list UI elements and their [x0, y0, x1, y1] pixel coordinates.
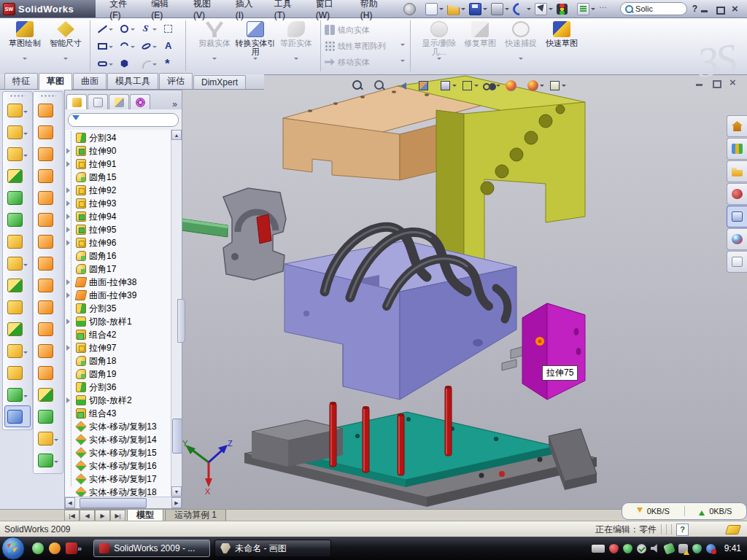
dropdown-caret-icon[interactable] — [496, 85, 500, 89]
toolbar-grip[interactable] — [40, 94, 56, 98]
display-style-icon[interactable] — [461, 79, 479, 92]
menu-item[interactable]: 插入(I) — [229, 0, 268, 23]
tree-horizontal-scrollbar[interactable]: ◀ ▶ — [65, 497, 182, 508]
menu-item[interactable]: 窗口(W) — [309, 0, 354, 23]
repair-sketch-button[interactable]: 修复草图 — [460, 19, 500, 74]
feature-tree-item[interactable]: 圆角17 — [66, 262, 171, 276]
replace-face-tool[interactable] — [35, 318, 61, 340]
dropdown-caret-icon[interactable] — [461, 8, 465, 12]
tab-dimxpert[interactable]: DimXpert — [193, 75, 246, 89]
feature-tree-item[interactable]: 圆角19 — [66, 368, 171, 381]
lofted-surface-tool[interactable] — [35, 165, 61, 187]
file-explorer-tab[interactable] — [727, 160, 747, 182]
motion-study-tab[interactable]: 运动算例 1 — [165, 510, 226, 521]
feature-tree-item[interactable]: 实体-移动/复制16 — [66, 459, 171, 472]
design-library-tab[interactable] — [727, 138, 747, 160]
expander-icon[interactable] — [66, 397, 73, 403]
print-icon[interactable] — [489, 2, 511, 16]
configurationmanager-tab[interactable] — [109, 94, 129, 109]
delete-body-tool[interactable] — [4, 362, 31, 384]
taskbar-solidworks-window[interactable]: SolidWorks 2009 - ... — [93, 540, 210, 557]
thicken-tool[interactable] — [35, 405, 61, 427]
rail-part[interactable] — [549, 429, 597, 490]
scroll-thumb[interactable] — [172, 419, 182, 454]
dropdown-caret-icon[interactable] — [152, 63, 157, 68]
lofted-boss-tool[interactable] — [4, 187, 31, 209]
propertymanager-tab[interactable] — [88, 94, 108, 109]
feature-tree-item[interactable]: 分割36 — [66, 381, 171, 394]
boundary-surface-tool[interactable] — [35, 187, 61, 209]
feature-tree-item[interactable]: 实体-移动/复制17 — [66, 472, 171, 486]
apply-scene-icon[interactable] — [527, 79, 544, 92]
dropdown-caret-icon[interactable] — [109, 28, 113, 33]
expander-icon[interactable] — [66, 292, 73, 298]
quick-launch-chevron[interactable]: » — [77, 544, 82, 553]
dropdown-caret-icon[interactable] — [591, 8, 595, 12]
smart-dimension-button[interactable]: 智能尺寸 — [45, 19, 86, 74]
spline-tool[interactable] — [138, 20, 160, 37]
hide-show-items-icon[interactable] — [483, 79, 500, 92]
menu-item[interactable]: 工具(T) — [268, 0, 309, 23]
planar-surface-tool[interactable] — [35, 230, 61, 252]
dropdown-caret-icon[interactable] — [519, 58, 523, 62]
expander-icon[interactable] — [66, 240, 73, 246]
dropdown-caret-icon[interactable] — [527, 8, 531, 12]
section-view-icon[interactable] — [417, 79, 435, 92]
dropdown-caret-icon[interactable] — [483, 8, 487, 12]
appearances-scenes-tab[interactable] — [727, 228, 747, 250]
model-tab[interactable]: 模型 — [127, 510, 163, 521]
move-entities-row[interactable]: 移动实体 — [325, 55, 406, 69]
dropdown-caret-icon[interactable] — [54, 461, 58, 465]
dropdown-caret-icon[interactable] — [109, 46, 113, 50]
swept-boss-tool[interactable] — [4, 165, 31, 187]
panel-splitter-handle[interactable] — [177, 299, 185, 343]
dropdown-caret-icon[interactable] — [437, 58, 441, 62]
expander-icon[interactable] — [66, 201, 73, 206]
curve-tool[interactable] — [4, 384, 31, 405]
dropdown-caret-icon[interactable] — [474, 85, 479, 89]
view-orientation-icon[interactable] — [439, 79, 457, 92]
arm-part[interactable] — [182, 217, 228, 237]
ruled-surface-tool[interactable] — [35, 274, 61, 296]
split-tool[interactable] — [4, 274, 31, 296]
3d-model[interactable]: Y Z X — [182, 74, 747, 509]
instant3d-tool[interactable] — [4, 405, 31, 427]
ellipse-tool[interactable] — [138, 37, 160, 55]
feature-tree-item[interactable]: 圆角15 — [66, 171, 171, 184]
pin-icon[interactable] — [402, 2, 423, 16]
status-help-button[interactable]: ? — [676, 524, 689, 536]
tab-mold-tools[interactable]: 模具工具 — [107, 73, 158, 89]
tab-evaluate[interactable]: 评估 — [159, 73, 193, 89]
start-button[interactable] — [1, 537, 25, 560]
menu-item[interactable]: 编辑(E) — [144, 0, 187, 23]
dropdown-caret-icon[interactable] — [109, 63, 113, 68]
featuremanager-tab[interactable] — [66, 94, 87, 109]
feature-tree-item[interactable]: 实体-移动/复制18 — [66, 486, 171, 497]
combine-tool[interactable] — [4, 296, 31, 318]
hole-wizard-tool[interactable] — [4, 230, 31, 252]
scroll-thumb[interactable] — [80, 498, 147, 508]
custom-properties-tab[interactable] — [727, 251, 747, 273]
extruded-cut-tool[interactable] — [4, 121, 31, 143]
text-tool[interactable] — [160, 37, 182, 55]
tab-surfaces[interactable]: 曲面 — [73, 73, 107, 89]
dropdown-caret-icon[interactable] — [23, 133, 28, 137]
scroll-right-button[interactable]: ▶ — [171, 497, 182, 508]
dropdown-caret-icon[interactable] — [23, 58, 27, 62]
tray-update-icon[interactable] — [637, 544, 646, 553]
restore-button[interactable] — [715, 4, 726, 14]
extruded-surface-tool[interactable] — [35, 99, 61, 121]
scroll-up-button[interactable]: ▲ — [171, 130, 182, 140]
view-settings-icon[interactable] — [549, 79, 566, 92]
help-button[interactable]: ? — [690, 4, 700, 14]
mirror-entities-row[interactable]: 镜向实体 — [325, 23, 406, 37]
trim-entities-button[interactable]: 剪裁实体 — [194, 19, 235, 74]
dropdown-caret-icon[interactable] — [54, 439, 58, 443]
dropdown-caret-icon[interactable] — [505, 8, 509, 12]
holder-part[interactable] — [223, 188, 286, 280]
slot-tool[interactable] — [94, 55, 116, 72]
tag-icon[interactable] — [725, 525, 741, 534]
dropdown-caret-icon[interactable] — [400, 60, 405, 64]
offset-entities-button[interactable]: 等距实体 — [276, 19, 317, 74]
insert-block-part[interactable] — [522, 303, 585, 400]
